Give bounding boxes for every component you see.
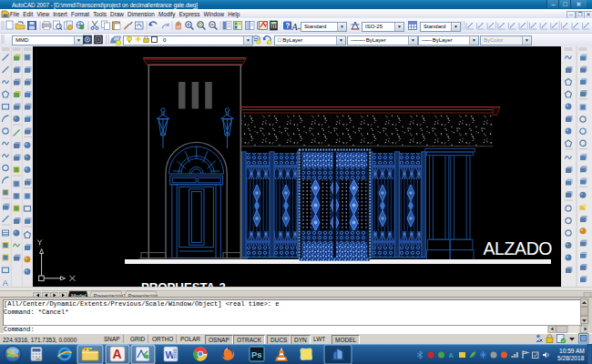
svg-text:A: A (449, 351, 454, 359)
svg-text:A: A (291, 22, 299, 32)
svg-text:ALZADO: ALZADO (484, 238, 553, 258)
svg-text:A: A (113, 347, 122, 361)
svg-text:Ps: Ps (251, 349, 262, 359)
svg-text:PROPUESTA-3: PROPUESTA-3 (141, 280, 226, 288)
svg-text:5/28/2018: 5/28/2018 (557, 355, 585, 361)
svg-text:A: A (3, 278, 8, 288)
svg-text:?: ? (285, 21, 290, 30)
svg-text:10:59 AM: 10:59 AM (559, 348, 585, 354)
